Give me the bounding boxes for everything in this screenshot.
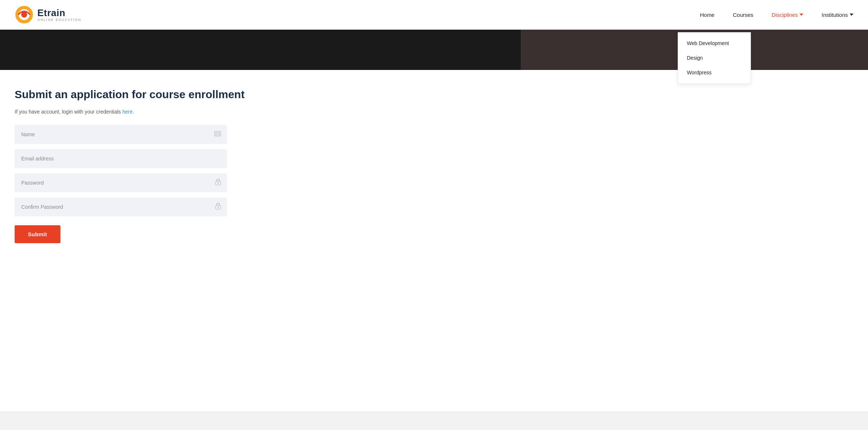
brand-tagline: ONLINE EDUCATION: [37, 18, 81, 22]
dropdown-item-wordpress[interactable]: Wordpress: [678, 65, 751, 80]
confirm-password-field-wrapper: [15, 197, 227, 216]
institutions-chevron-icon: [850, 14, 853, 16]
svg-point-2: [21, 12, 27, 18]
email-input[interactable]: [15, 149, 227, 168]
disciplines-chevron-icon: [800, 14, 803, 16]
password-icon: [215, 179, 221, 187]
login-link[interactable]: here.: [122, 109, 134, 115]
name-icon: [214, 131, 221, 138]
brand-name: Etrain: [37, 8, 81, 18]
password-input[interactable]: [15, 173, 227, 192]
svg-point-4: [216, 132, 217, 134]
dropdown-item-design[interactable]: Design: [678, 51, 751, 65]
page-title: Submit an application for course enrollm…: [15, 88, 315, 101]
confirm-password-input[interactable]: [15, 197, 227, 216]
svg-point-12: [218, 207, 219, 208]
nav-links: Home Courses Disciplines Institutions: [700, 12, 853, 18]
confirm-password-icon: [215, 203, 221, 211]
password-field-wrapper: [15, 173, 227, 192]
name-input[interactable]: [15, 125, 227, 144]
main-content: Submit an application for course enrollm…: [0, 70, 329, 265]
enrollment-form: Submit: [15, 125, 227, 243]
nav-courses[interactable]: Courses: [733, 12, 753, 18]
nav-institutions[interactable]: Institutions: [822, 12, 853, 18]
navbar: Etrain ONLINE EDUCATION Home Courses Dis…: [0, 0, 868, 30]
login-prompt: If you have account, login with your cre…: [15, 109, 315, 115]
name-field-wrapper: [15, 125, 227, 144]
logo-icon: [15, 5, 34, 24]
nav-disciplines[interactable]: Disciplines: [772, 12, 804, 18]
submit-button[interactable]: Submit: [15, 225, 60, 243]
email-field-wrapper: [15, 149, 227, 168]
dropdown-item-web-development[interactable]: Web Development: [678, 36, 751, 51]
disciplines-dropdown: Web Development Design Wordpress: [678, 32, 751, 84]
logo[interactable]: Etrain ONLINE EDUCATION: [15, 5, 81, 24]
nav-home[interactable]: Home: [700, 12, 715, 18]
logo-text: Etrain ONLINE EDUCATION: [37, 8, 81, 22]
svg-point-10: [218, 183, 219, 184]
